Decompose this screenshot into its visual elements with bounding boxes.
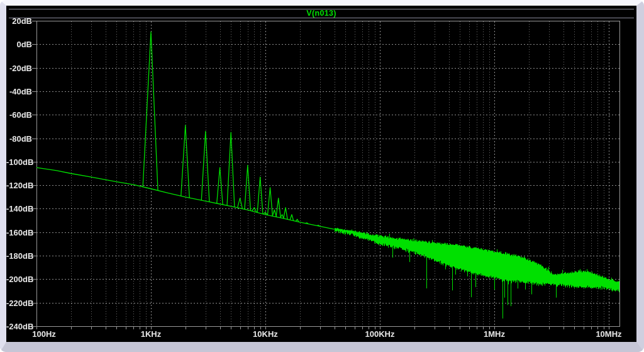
plot-canvas[interactable] [6,6,636,342]
plot-pane: V(n013) 20dB0dB-20dB-40dB-60dB-80dB-100d… [6,6,636,342]
ltspice-plot-window: V(n013) 20dB0dB-20dB-40dB-60dB-80dB-100d… [0,0,644,352]
trace-legend-label[interactable]: V(n013) [6,9,636,18]
